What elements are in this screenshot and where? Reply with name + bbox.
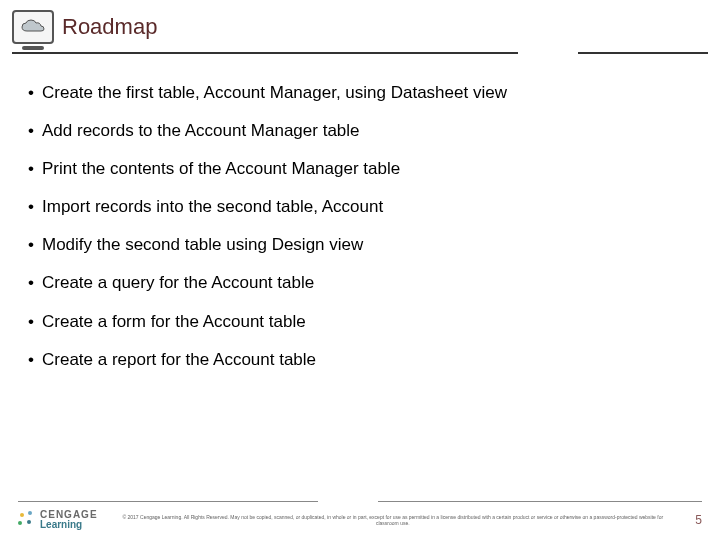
footer-row: CENGAGE Learning © 2017 Cengage Learning… [18,510,702,530]
list-item: Import records into the second table, Ac… [28,196,692,218]
list-item: Create a query for the Account table [28,272,692,294]
page-number: 5 [688,513,702,527]
slide-title: Roadmap [62,14,157,40]
logo-text: CENGAGE Learning [40,510,98,530]
bullet-list: Create the first table, Account Manager,… [28,82,692,371]
title-divider [12,52,708,54]
slide-body: Create the first table, Account Manager,… [0,54,720,371]
list-item: Create a report for the Account table [28,349,692,371]
list-item: Modify the second table using Design vie… [28,234,692,256]
slide: Roadmap Create the first table, Account … [0,0,720,540]
logo-dots-icon [18,511,36,529]
cloud-monitor-icon [12,10,54,44]
cengage-logo: CENGAGE Learning [18,510,98,530]
list-item: Print the contents of the Account Manage… [28,158,692,180]
slide-header: Roadmap [0,0,720,50]
list-item: Create the first table, Account Manager,… [28,82,692,104]
list-item: Create a form for the Account table [28,311,692,333]
logo-line2: Learning [40,520,98,530]
footer-divider [18,501,702,502]
slide-footer: CENGAGE Learning © 2017 Cengage Learning… [0,501,720,530]
cloud-icon [20,19,46,35]
copyright-text: © 2017 Cengage Learning. All Rights Rese… [108,514,678,526]
list-item: Add records to the Account Manager table [28,120,692,142]
